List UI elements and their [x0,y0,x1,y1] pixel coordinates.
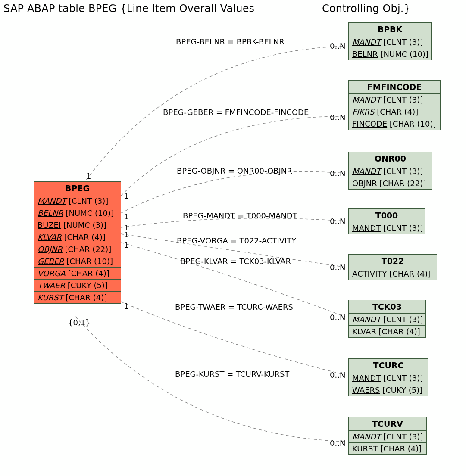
cardinality-src: 1 [86,171,91,180]
entity-bpbk: BPBK MANDT [CLNT (3)] BELNR [NUMC (10)] [348,22,432,60]
cardinality-dst: 0..N [330,169,345,178]
field-row: GEBER [CHAR (10)] [34,255,121,268]
entity-bpeg: BPEG MANDT [CLNT (3)] BELNR [NUMC (10)] … [34,181,121,304]
diagram-canvas: SAP ABAP table BPEG {Line Item Overall V… [0,0,466,476]
cardinality-dst: 0..N [330,217,345,226]
field-row: MANDT [CLNT (3)] [349,94,440,106]
entity-t022: T022 ACTIVITY [CHAR (4)] [348,254,437,280]
cardinality-dst-tcurv: 0..N [330,439,345,448]
relation-label: BPEG-GEBER = FMFINCODE-FINCODE [163,108,309,117]
field-row: VORGA [CHAR (4)] [34,268,121,280]
entity-tck03: TCK03 MANDT [CLNT (3)] KLVAR [CHAR (4)] [348,300,426,338]
entity-header: FMFINCODE [349,81,440,94]
cardinality-dst: 0..N [330,313,345,322]
relation-label: BPEG-KLVAR = TCK03-KLVAR [180,257,291,266]
entity-bpeg-note: {0,1} [68,318,91,327]
cardinality-src: 1 [124,302,128,311]
field-row: BELNR [NUMC (10)] [349,48,431,60]
entity-onr00: ONR00 MANDT [CLNT (3)] OBJNR [CHAR (22)] [348,152,432,190]
cardinality-dst: 0..N [330,113,345,122]
field-row: OBJNR [CHAR (22)] [349,177,432,189]
cardinality-src: 1 [124,191,128,200]
relation-label: BPEG-BELNR = BPBK-BELNR [176,37,285,46]
cardinality-src: 1 [124,212,128,221]
entity-header: ONR00 [349,152,432,165]
entity-header: TCK03 [349,300,425,314]
cardinality-src: 1 [124,230,128,239]
relation-label: BPEG-VORGA = T022-ACTIVITY [177,236,296,245]
field-row: KURST [CHAR (4)] [34,292,121,303]
entity-fmfincode: FMFINCODE MANDT [CLNT (3)] FIKRS [CHAR (… [348,80,441,130]
relation-label: BPEG-OBJNR = ONR00-OBJNR [177,166,292,175]
relation-label: BPEG-MANDT = T000-MANDT [183,211,297,220]
field-row: MANDT [CLNT (3)] [34,195,121,207]
field-row: FIKRS [CHAR (4)] [349,106,440,118]
entity-header: TCURC [349,359,428,372]
cardinality-dst: 0..N [330,263,345,272]
field-row: KURST [CHAR (4)] [349,443,426,454]
entity-header: BPBK [349,23,431,36]
field-row: MANDT [CLNT (3)] [349,165,432,177]
entity-bpeg-header: BPEG [34,182,121,195]
cardinality-dst: 0..N [330,41,345,50]
field-row: WAERS [CUKY (5)] [349,384,428,396]
field-row: FINCODE [CHAR (10)] [349,118,440,130]
field-row: ACTIVITY [CHAR (4)] [349,268,437,280]
field-row: MANDT [CLNT (3)] [349,36,431,48]
field-row: MANDT [CLNT (3)] [349,222,425,234]
field-row: MANDT [CLNT (3)] [349,372,428,384]
entity-header: T000 [349,209,425,222]
relation-label: BPEG-KURST = TCURV-KURST [175,370,289,379]
diagram-title: SAP ABAP table BPEG {Line Item Overall V… [0,3,466,15]
entity-tcurv: TCURV MANDT [CLNT (3)] KURST [CHAR (4)] [348,417,427,455]
field-row: KLVAR [CHAR (4)] [349,326,425,337]
entity-header: TCURV [349,417,426,431]
field-row: BELNR [NUMC (10)] [34,207,121,219]
cardinality-src: 1 [124,240,128,249]
field-row: TWAER [CUKY (5)] [34,280,121,292]
field-row: BUZEI [NUMC (3)] [34,219,121,231]
field-row: KLVAR [CHAR (4)] [34,231,121,243]
entity-t000: T000 MANDT [CLNT (3)] [348,208,425,234]
relation-label: BPEG-TWAER = TCURC-WAERS [175,302,293,311]
cardinality-dst: 0..N [330,370,345,380]
entity-tcurc: TCURC MANDT [CLNT (3)] WAERS [CUKY (5)] [348,358,428,396]
field-row: OBJNR [CHAR (22)] [34,243,121,255]
entity-header: T022 [349,255,437,268]
field-row: MANDT [CLNT (3)] [349,431,426,443]
field-row: MANDT [CLNT (3)] [349,314,425,326]
